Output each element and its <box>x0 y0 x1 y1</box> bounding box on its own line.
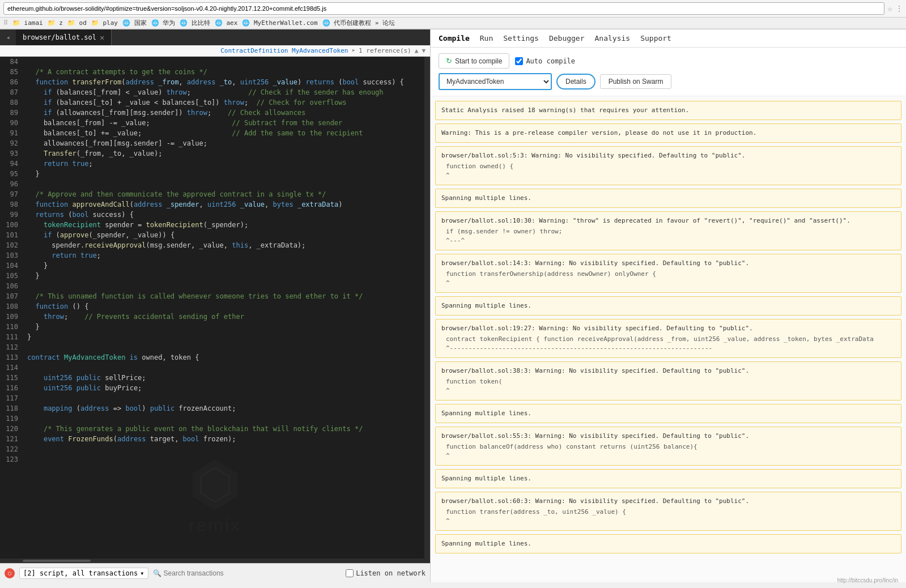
warning-msg-8: browser/ballot.sol:60:3: Warning: No vis… <box>441 497 895 506</box>
warning-visibility-5-3: browser/ballot.sol:5:3: Warning: No visi… <box>435 146 901 185</box>
auto-compile-toggle: Auto compile <box>515 57 575 65</box>
apps-icon[interactable]: ⠿ <box>3 19 8 27</box>
warning-code-2: function owned() { <box>441 162 895 171</box>
bookmark-bar: ⠿ 📁 iamai 📁 z 📁 od 📁 play 🌐 国家 🌐 华为 🌐 比比… <box>0 18 906 29</box>
spanning-text-3: Spanning multiple lines. <box>441 410 531 417</box>
line-numbers: 84 85 86 87 88 89 90 91 92 93 94 95 96 9… <box>0 57 23 559</box>
editor-tab-ballot[interactable]: browser/ballot.sol ✕ <box>16 29 112 45</box>
top-nav: Compile Run Settings Debugger Analysis S… <box>431 29 906 48</box>
up-arrow-icon[interactable]: ▲ <box>415 47 419 54</box>
editor-header: ContractDefinition MyAdvancedToken ➤ 1 r… <box>0 45 430 57</box>
search-transactions-input[interactable] <box>164 569 342 577</box>
warning-visibility-60-3: browser/ballot.sol:60:3: Warning: No vis… <box>435 492 901 531</box>
warning-prerelease: Warning: This is a pre-release compiler … <box>435 123 901 143</box>
nav-compile[interactable]: Compile <box>439 33 470 44</box>
warning-spanning-4: Spanning multiple lines. <box>435 469 901 488</box>
start-compile-button[interactable]: ↻ Start to compile <box>439 53 509 69</box>
bookmark-token-tutorial[interactable]: 🌐 代币创建教程 » 论坛 <box>322 19 395 27</box>
warning-msg-5: browser/ballot.sol:19:27: Warning: No vi… <box>441 324 895 333</box>
code-area: 84 85 86 87 88 89 90 91 92 93 94 95 96 9… <box>0 57 430 559</box>
warning-code-7: function balanceOf(address who) constant… <box>441 442 895 451</box>
nav-support[interactable]: Support <box>640 33 671 44</box>
publish-swarm-button[interactable]: Publish on Swarm <box>600 74 672 89</box>
warning-tilde-4: ^ <box>441 279 895 288</box>
warning-msg-7: browser/ballot.sol:55:3: Warning: No vis… <box>441 432 895 441</box>
warning-visibility-14-3: browser/ballot.sol:14:3: Warning: No vis… <box>435 254 901 293</box>
address-bar[interactable] <box>3 2 884 15</box>
warning-tilde-7: ^ <box>441 451 895 461</box>
bookmark-iamai[interactable]: 📁 iamai <box>12 19 43 27</box>
nav-debugger[interactable]: Debugger <box>549 33 585 44</box>
contract-selector-row: MyAdvancedToken Details Publish on Swarm <box>439 73 898 90</box>
tx-dropdown-icon: ▾ <box>140 569 144 577</box>
warning-msg-2: browser/ballot.sol:5:3: Warning: No visi… <box>441 151 895 160</box>
bookmark-huawei[interactable]: 🌐 华为 <box>151 19 176 27</box>
warning-code-5: contract tokenRecipient { function recei… <box>441 335 895 344</box>
star-icon[interactable]: ☆ <box>888 4 892 13</box>
bookmark-myether[interactable]: 🌐 MyEtherWallet.com <box>242 19 317 27</box>
warning-text-1: Warning: This is a pre-release compiler … <box>441 129 756 137</box>
attribution: http://bitccsdu.pro/linc/in <box>837 577 898 582</box>
warning-visibility-19-27: browser/ballot.sol:19:27: Warning: No vi… <box>435 319 901 358</box>
auto-compile-label: Auto compile <box>526 57 575 65</box>
refresh-icon: ↻ <box>446 57 452 65</box>
nav-run[interactable]: Run <box>480 33 493 44</box>
warning-spanning-5: Spanning multiple lines. <box>435 534 901 553</box>
warning-tilde-3: ^---^ <box>441 236 895 245</box>
bookmark-play[interactable]: 📁 play <box>91 19 118 27</box>
app-container: ◂ browser/ballot.sol ✕ ContractDefinitio… <box>0 29 906 582</box>
details-button[interactable]: Details <box>556 74 596 90</box>
warning-text-0: Static Analysis raised 18 warning(s) tha… <box>441 106 689 114</box>
listen-label: Listen on network <box>356 569 426 577</box>
compile-row: ↻ Start to compile Auto compile <box>439 53 898 69</box>
collapse-sidebar-btn[interactable]: ◂ <box>0 29 16 45</box>
warning-code-4: function transferOwnership(address newOw… <box>441 270 895 279</box>
bookmark-z[interactable]: 📁 z <box>48 19 63 27</box>
arrow-icon: ➤ <box>351 47 355 54</box>
warning-msg-4: browser/ballot.sol:14:3: Warning: No vis… <box>441 259 895 268</box>
transaction-search: 🔍 <box>153 569 342 577</box>
spanning-text-1: Spanning multiple lines. <box>441 194 531 202</box>
transaction-selector[interactable]: [2] script, all transactions ▾ <box>19 568 148 579</box>
down-arrow-icon[interactable]: ▼ <box>422 47 426 54</box>
refs-label: 1 reference(s) <box>359 47 411 54</box>
warning-msg-6: browser/ballot.sol:38:3: Warning: No vis… <box>441 367 895 376</box>
auto-compile-checkbox[interactable] <box>515 57 523 65</box>
nav-settings[interactable]: Settings <box>503 33 539 44</box>
warning-throw-10-30: browser/ballot.sol:10:30: Warning: "thro… <box>435 211 901 250</box>
warning-visibility-38-3: browser/ballot.sol:38:3: Warning: No vis… <box>435 361 901 400</box>
warning-tilde-6: ^ <box>441 386 895 395</box>
contract-definition-label: ContractDefinition MyAdvancedToken <box>220 47 348 54</box>
stop-button[interactable]: ○ <box>5 568 15 578</box>
browser-chrome: ☆ ⋮ ⠿ 📁 iamai 📁 z 📁 od 📁 play 🌐 国家 🌐 华为 … <box>0 0 906 29</box>
editor-tabs: ◂ browser/ballot.sol ✕ <box>0 29 430 45</box>
address-bar-row: ☆ ⋮ <box>0 0 906 18</box>
search-icon: 🔍 <box>153 569 161 577</box>
contract-select[interactable]: MyAdvancedToken <box>439 73 552 90</box>
tab-label: browser/ballot.sol <box>23 33 96 41</box>
bookmark-od[interactable]: 📁 od <box>67 19 87 27</box>
nav-analysis[interactable]: Analysis <box>595 33 631 44</box>
spanning-text-2: Spanning multiple lines. <box>441 302 531 309</box>
right-panel: Compile Run Settings Debugger Analysis S… <box>431 29 906 582</box>
listen-checkbox[interactable] <box>346 569 354 577</box>
bookmark-bibi[interactable]: 🌐 比比特 <box>180 19 210 27</box>
tab-close-btn[interactable]: ✕ <box>100 33 104 42</box>
warning-msg-3: browser/ballot.sol:10:30: Warning: "thro… <box>441 216 895 225</box>
transaction-bar: ○ [2] script, all transactions ▾ 🔍 Liste… <box>0 563 430 582</box>
warnings-area: Static Analysis raised 18 warning(s) tha… <box>431 96 906 582</box>
warning-tilde-8: ^ <box>441 517 895 526</box>
warning-code-6: function token( <box>441 377 895 386</box>
warning-tilde-5: ^---------------------------------------… <box>441 344 895 353</box>
extensions-icon: ⋮ <box>896 5 903 12</box>
bookmark-aex[interactable]: 🌐 aex <box>215 19 238 27</box>
code-scrollbar[interactable] <box>424 57 430 559</box>
warning-spanning-2: Spanning multiple lines. <box>435 296 901 316</box>
code-content[interactable]: /* A contract attempts to get the coins … <box>23 57 424 559</box>
warning-code-8: function transfer(address _to, uint256 _… <box>441 508 895 517</box>
bookmark-guojia[interactable]: 🌐 国家 <box>122 19 147 27</box>
horizontal-scrollbar[interactable] <box>0 559 430 563</box>
warning-code-3: if (msg.sender != owner) throw; <box>441 227 895 236</box>
warning-spanning-1: Spanning multiple lines. <box>435 189 901 208</box>
spanning-text-4: Spanning multiple lines. <box>441 475 531 482</box>
